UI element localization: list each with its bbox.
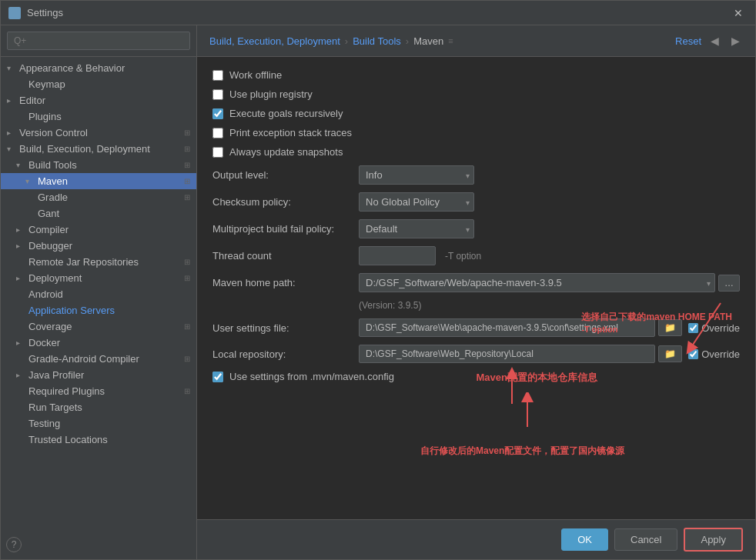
- expand-arrow: ▸: [16, 242, 25, 250]
- sidebar-item-label: Plugins: [28, 111, 190, 122]
- browse-user-settings-button[interactable]: 📁: [658, 319, 682, 336]
- user-settings-label: User settings file:: [212, 322, 359, 334]
- sidebar-item-build-exec-deploy[interactable]: ▾ Build, Execution, Deployment ⊞: [1, 141, 196, 157]
- sidebar-item-label: Gradle: [38, 192, 184, 203]
- maven-home-dropdown-wrapper: D:/GSF_Software/Web/apache-maven-3.9.5 ▾: [359, 273, 715, 292]
- thread-count-row: Thread count -T option: [212, 246, 740, 265]
- sidebar-item-appearance[interactable]: ▾ Appearance & Behavior: [1, 60, 196, 76]
- user-settings-control: 📁 Override: [359, 318, 740, 337]
- settings-icon: ⊞: [184, 322, 190, 331]
- sidebar-item-label: Deployment: [28, 272, 184, 284]
- override-settings-checkbox[interactable]: [688, 323, 698, 333]
- sidebar-item-deployment[interactable]: ▸ Deployment ⊞: [1, 270, 196, 286]
- sidebar-item-label: Keymap: [28, 78, 190, 90]
- sidebar-item-label: Application Servers: [28, 305, 190, 316]
- multiproject-dropdown-wrapper: Default Fail At End Never Fail Fail Fast…: [359, 219, 474, 238]
- use-settings-label: Use settings from .mvn/maven.config: [229, 371, 394, 382]
- header-actions: Reset ◀ ▶: [675, 33, 743, 48]
- sidebar-item-gradle-android[interactable]: Gradle-Android Compiler ⊞: [1, 351, 196, 367]
- sidebar-item-label: Android: [28, 288, 190, 300]
- checksum-policy-dropdown[interactable]: No Global Policy Warn Fail: [359, 192, 474, 212]
- checkbox-execute-goals: Execute goals recursively: [212, 108, 740, 119]
- plugin-registry-checkbox[interactable]: [212, 89, 223, 100]
- settings-icon: ⊞: [184, 274, 190, 282]
- plugin-registry-label: Use plugin registry: [229, 88, 313, 100]
- multiproject-policy-row: Multiproject build fail policy: Default …: [212, 219, 740, 238]
- sidebar-item-android[interactable]: Android: [1, 286, 196, 302]
- sidebar-item-testing[interactable]: Testing: [1, 415, 196, 432]
- maven-home-control: D:/GSF_Software/Web/apache-maven-3.9.5 ▾…: [359, 273, 740, 292]
- settings-icon: ⊞: [184, 161, 190, 169]
- local-repo-input[interactable]: [359, 345, 655, 363]
- sidebar-item-app-servers[interactable]: Application Servers: [1, 302, 196, 318]
- override-repo-checkbox[interactable]: [688, 349, 698, 359]
- sidebar-item-label: Editor: [19, 95, 190, 106]
- checksum-policy-label: Checksum policy:: [212, 196, 359, 208]
- back-button[interactable]: ◀: [707, 33, 722, 48]
- output-level-label: Output level:: [212, 169, 359, 181]
- work-offline-checkbox[interactable]: [212, 70, 223, 81]
- sidebar-item-keymap[interactable]: Keymap: [1, 76, 196, 92]
- settings-icon: ⊞: [184, 258, 190, 266]
- breadcrumb-maven: Maven: [413, 35, 443, 47]
- sidebar-item-label: Run Targets: [28, 402, 190, 413]
- local-repo-control: 📁 Override: [359, 345, 740, 363]
- sidebar-item-trusted-locations[interactable]: Trusted Locations: [1, 432, 196, 448]
- use-settings-checkbox[interactable]: [212, 372, 223, 382]
- breadcrumb-build-exec[interactable]: Build, Execution, Deployment: [209, 35, 340, 47]
- print-exception-checkbox[interactable]: [212, 128, 223, 138]
- sidebar-item-editor[interactable]: ▸ Editor: [1, 92, 196, 108]
- settings-content: Work offline Use plugin registry Execute…: [197, 57, 755, 519]
- output-level-row: Output level: Info Debug Warning Error ▾: [212, 165, 740, 185]
- sidebar-item-required-plugins[interactable]: Required Plugins ⊞: [1, 383, 196, 399]
- browse-maven-home-button[interactable]: …: [718, 275, 740, 292]
- user-settings-input[interactable]: [359, 318, 655, 337]
- breadcrumb-build-tools[interactable]: Build Tools: [353, 35, 401, 47]
- settings-icon: ⊞: [184, 177, 190, 185]
- search-input[interactable]: [7, 32, 190, 50]
- settings-window: Settings ✕ ▾ Appearance & Behavior Keyma…: [0, 0, 756, 560]
- sidebar-item-compiler[interactable]: ▸ Compiler: [1, 222, 196, 238]
- sidebar-item-java-profiler[interactable]: ▸ Java Profiler: [1, 367, 196, 383]
- expand-arrow: [16, 306, 25, 315]
- sidebar-item-coverage[interactable]: Coverage ⊞: [1, 318, 196, 335]
- expand-arrow: ▸: [16, 338, 25, 347]
- sidebar-item-build-tools[interactable]: ▾ Build Tools ⊞: [1, 157, 196, 173]
- expand-arrow: ▾: [7, 64, 16, 72]
- close-button[interactable]: ✕: [729, 5, 748, 21]
- edit-icon[interactable]: ≡: [448, 36, 453, 45]
- sidebar-tree: ▾ Appearance & Behavior Keymap ▸ Editor …: [1, 57, 196, 559]
- sidebar-item-label: Remote Jar Repositories: [28, 256, 184, 268]
- maven-home-dropdown[interactable]: D:/GSF_Software/Web/apache-maven-3.9.5: [359, 273, 715, 292]
- expand-arrow: [16, 290, 25, 298]
- sidebar-item-docker[interactable]: ▸ Docker: [1, 335, 196, 351]
- multiproject-policy-control: Default Fail At End Never Fail Fail Fast…: [359, 219, 740, 238]
- sidebar-item-remote-jar[interactable]: Remote Jar Repositories ⊞: [1, 254, 196, 270]
- reset-button[interactable]: Reset: [675, 35, 701, 47]
- sidebar-item-label: Required Plugins: [28, 385, 184, 397]
- output-level-dropdown[interactable]: Info Debug Warning Error: [359, 165, 474, 185]
- sidebar-item-run-targets[interactable]: Run Targets: [1, 399, 196, 415]
- sidebar-item-plugins[interactable]: Plugins: [1, 108, 196, 125]
- expand-arrow: [16, 80, 25, 88]
- multiproject-policy-dropdown[interactable]: Default Fail At End Never Fail Fail Fast: [359, 219, 474, 238]
- always-update-checkbox[interactable]: [212, 147, 223, 158]
- thread-count-input[interactable]: [359, 246, 436, 265]
- apply-button[interactable]: Apply: [684, 528, 743, 552]
- execute-goals-checkbox[interactable]: [212, 108, 223, 119]
- maven-version-text: (Version: 3.9.5): [359, 300, 740, 311]
- sidebar-item-gradle[interactable]: Gradle ⊞: [1, 189, 196, 205]
- browse-local-repo-button[interactable]: 📁: [658, 345, 682, 362]
- print-exception-label: Print exception stack traces: [229, 127, 352, 138]
- cancel-button[interactable]: Cancel: [614, 528, 677, 551]
- ok-button[interactable]: OK: [561, 528, 608, 551]
- sidebar-item-maven[interactable]: ▾ Maven ⊞: [1, 173, 196, 189]
- settings-icon: ⊞: [184, 145, 190, 153]
- sidebar-item-debugger[interactable]: ▸ Debugger: [1, 238, 196, 254]
- sidebar-item-version-control[interactable]: ▸ Version Control ⊞: [1, 125, 196, 141]
- sidebar-item-gant[interactable]: Gant: [1, 205, 196, 222]
- checkbox-plugin-registry: Use plugin registry: [212, 88, 740, 100]
- forward-button[interactable]: ▶: [728, 33, 743, 48]
- expand-arrow: ▸: [16, 225, 25, 234]
- help-button[interactable]: ?: [6, 537, 22, 552]
